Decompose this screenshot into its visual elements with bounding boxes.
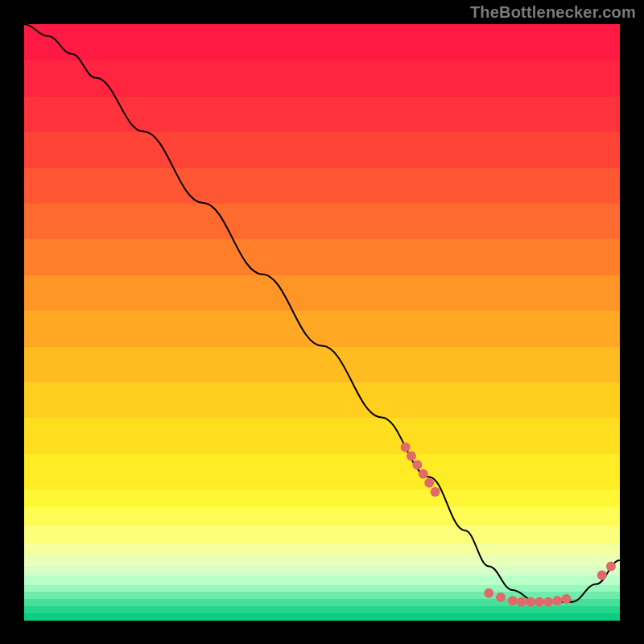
data-point xyxy=(484,588,493,598)
data-point xyxy=(496,592,506,602)
data-point xyxy=(431,487,440,497)
data-point xyxy=(535,597,544,607)
data-point xyxy=(526,597,535,607)
curve-layer xyxy=(24,24,620,620)
data-point xyxy=(508,596,518,605)
attribution-label: TheBottlenecker.com xyxy=(470,3,636,22)
data-point xyxy=(597,571,607,580)
data-dots xyxy=(401,442,616,606)
data-point xyxy=(543,597,553,607)
data-point xyxy=(401,442,411,452)
data-point xyxy=(407,452,416,461)
data-point xyxy=(561,594,571,604)
data-point xyxy=(412,460,422,470)
chart-frame: TheBottlenecker.com xyxy=(0,0,644,644)
bottleneck-curve xyxy=(24,24,620,602)
data-point xyxy=(606,561,616,571)
plot-area xyxy=(24,24,620,620)
data-point xyxy=(419,469,428,479)
data-point xyxy=(424,478,434,488)
data-point xyxy=(552,596,562,605)
data-point xyxy=(517,597,526,607)
